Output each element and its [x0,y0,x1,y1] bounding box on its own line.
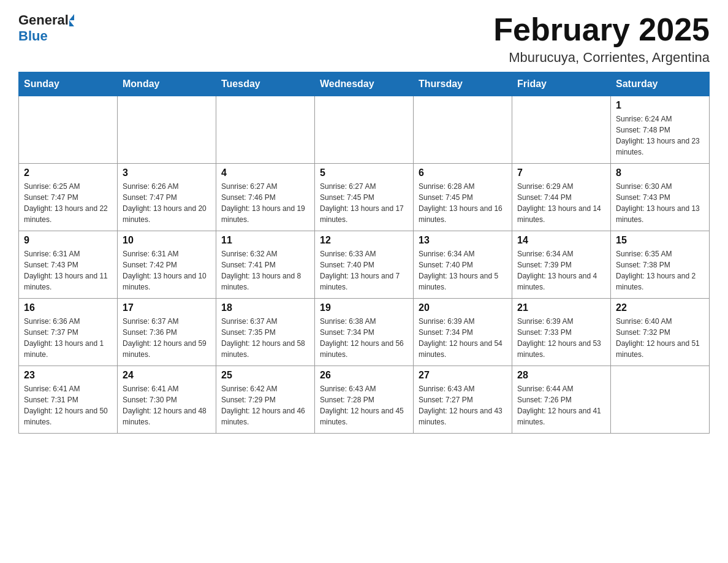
day-number: 7 [517,167,605,178]
day-number: 2 [24,167,112,178]
logo-general-text: General [18,12,69,28]
weekday-header-friday: Friday [512,72,611,96]
day-number: 22 [616,302,704,313]
calendar-cell: 8Sunrise: 6:30 AMSunset: 7:43 PMDaylight… [611,164,710,231]
day-number: 13 [419,235,507,246]
day-number: 4 [221,167,309,178]
calendar-cell: 20Sunrise: 6:39 AMSunset: 7:34 PMDayligh… [414,299,512,366]
weekday-header-monday: Monday [118,72,216,96]
day-number: 12 [320,235,408,246]
calendar-cell: 1Sunrise: 6:24 AMSunset: 7:48 PMDaylight… [611,96,710,164]
calendar-cell: 21Sunrise: 6:39 AMSunset: 7:33 PMDayligh… [512,299,611,366]
day-number: 19 [320,302,408,313]
calendar-cell: 24Sunrise: 6:41 AMSunset: 7:30 PMDayligh… [118,366,216,434]
day-number: 1 [616,100,704,111]
day-info: Sunrise: 6:27 AMSunset: 7:45 PMDaylight:… [320,181,408,225]
calendar-cell: 27Sunrise: 6:43 AMSunset: 7:27 PMDayligh… [414,366,512,434]
day-info: Sunrise: 6:43 AMSunset: 7:28 PMDaylight:… [320,383,408,427]
calendar-cell: 2Sunrise: 6:25 AMSunset: 7:47 PMDaylight… [19,164,118,231]
day-number: 17 [123,302,211,313]
day-number: 24 [123,370,211,381]
calendar-cell: 10Sunrise: 6:31 AMSunset: 7:42 PMDayligh… [118,231,216,299]
day-number: 9 [24,235,112,246]
day-info: Sunrise: 6:31 AMSunset: 7:42 PMDaylight:… [123,248,211,293]
calendar-cell [611,366,710,434]
day-info: Sunrise: 6:34 AMSunset: 7:39 PMDaylight:… [517,248,605,293]
calendar-cell: 5Sunrise: 6:27 AMSunset: 7:45 PMDaylight… [315,164,414,231]
day-info: Sunrise: 6:35 AMSunset: 7:38 PMDaylight:… [616,248,704,293]
day-info: Sunrise: 6:33 AMSunset: 7:40 PMDaylight:… [320,248,408,293]
calendar-cell: 9Sunrise: 6:31 AMSunset: 7:43 PMDaylight… [19,231,118,299]
day-number: 27 [419,370,507,381]
calendar-cell: 22Sunrise: 6:40 AMSunset: 7:32 PMDayligh… [611,299,710,366]
calendar-cell: 7Sunrise: 6:29 AMSunset: 7:44 PMDaylight… [512,164,611,231]
day-info: Sunrise: 6:37 AMSunset: 7:35 PMDaylight:… [221,316,309,360]
calendar-cell: 19Sunrise: 6:38 AMSunset: 7:34 PMDayligh… [315,299,414,366]
day-number: 26 [320,370,408,381]
calendar-cell [216,96,315,164]
day-info: Sunrise: 6:26 AMSunset: 7:47 PMDaylight:… [123,181,211,225]
day-info: Sunrise: 6:29 AMSunset: 7:44 PMDaylight:… [517,181,605,225]
calendar-week-2: 2Sunrise: 6:25 AMSunset: 7:47 PMDaylight… [19,164,710,231]
day-info: Sunrise: 6:44 AMSunset: 7:26 PMDaylight:… [517,383,605,427]
day-number: 5 [320,167,408,178]
day-info: Sunrise: 6:25 AMSunset: 7:47 PMDaylight:… [24,181,112,225]
day-number: 16 [24,302,112,313]
calendar-header: SundayMondayTuesdayWednesdayThursdayFrid… [19,72,710,96]
day-number: 23 [24,370,112,381]
logo-arrow-icon [69,14,74,26]
day-info: Sunrise: 6:36 AMSunset: 7:37 PMDaylight:… [24,316,112,360]
calendar-cell: 25Sunrise: 6:42 AMSunset: 7:29 PMDayligh… [216,366,315,434]
calendar-cell [19,96,118,164]
weekday-header-thursday: Thursday [414,72,512,96]
weekday-header-tuesday: Tuesday [216,72,315,96]
day-info: Sunrise: 6:32 AMSunset: 7:41 PMDaylight:… [221,248,309,293]
day-info: Sunrise: 6:31 AMSunset: 7:43 PMDaylight:… [24,248,112,293]
logo-blue-text: Blue [18,28,48,44]
calendar-cell: 26Sunrise: 6:43 AMSunset: 7:28 PMDayligh… [315,366,414,434]
weekday-header-sunday: Sunday [19,72,118,96]
day-number: 8 [616,167,704,178]
calendar-cell: 4Sunrise: 6:27 AMSunset: 7:46 PMDaylight… [216,164,315,231]
day-info: Sunrise: 6:43 AMSunset: 7:27 PMDaylight:… [419,383,507,427]
calendar-cell: 23Sunrise: 6:41 AMSunset: 7:31 PMDayligh… [19,366,118,434]
calendar-week-3: 9Sunrise: 6:31 AMSunset: 7:43 PMDaylight… [19,231,710,299]
calendar-table: SundayMondayTuesdayWednesdayThursdayFrid… [18,72,710,434]
calendar-week-4: 16Sunrise: 6:36 AMSunset: 7:37 PMDayligh… [19,299,710,366]
day-number: 15 [616,235,704,246]
calendar-cell [118,96,216,164]
calendar-cell: 13Sunrise: 6:34 AMSunset: 7:40 PMDayligh… [414,231,512,299]
calendar-subtitle: Mburucuya, Corrientes, Argentina [493,50,710,66]
calendar-cell [414,96,512,164]
weekday-header-wednesday: Wednesday [315,72,414,96]
day-number: 14 [517,235,605,246]
calendar-cell: 11Sunrise: 6:32 AMSunset: 7:41 PMDayligh… [216,231,315,299]
calendar-week-1: 1Sunrise: 6:24 AMSunset: 7:48 PMDaylight… [19,96,710,164]
calendar-cell: 6Sunrise: 6:28 AMSunset: 7:45 PMDaylight… [414,164,512,231]
day-info: Sunrise: 6:41 AMSunset: 7:31 PMDaylight:… [24,383,112,427]
calendar-body: 1Sunrise: 6:24 AMSunset: 7:48 PMDaylight… [19,96,710,434]
calendar-cell [512,96,611,164]
day-info: Sunrise: 6:38 AMSunset: 7:34 PMDaylight:… [320,316,408,360]
calendar-week-5: 23Sunrise: 6:41 AMSunset: 7:31 PMDayligh… [19,366,710,434]
calendar-cell: 17Sunrise: 6:37 AMSunset: 7:36 PMDayligh… [118,299,216,366]
weekday-header-saturday: Saturday [611,72,710,96]
title-block: February 2025 Mburucuya, Corrientes, Arg… [493,12,710,66]
calendar-cell: 12Sunrise: 6:33 AMSunset: 7:40 PMDayligh… [315,231,414,299]
day-info: Sunrise: 6:42 AMSunset: 7:29 PMDaylight:… [221,383,309,427]
day-info: Sunrise: 6:39 AMSunset: 7:33 PMDaylight:… [517,316,605,360]
day-number: 20 [419,302,507,313]
day-info: Sunrise: 6:41 AMSunset: 7:30 PMDaylight:… [123,383,211,427]
calendar-cell: 3Sunrise: 6:26 AMSunset: 7:47 PMDaylight… [118,164,216,231]
calendar-cell: 14Sunrise: 6:34 AMSunset: 7:39 PMDayligh… [512,231,611,299]
weekday-header-row: SundayMondayTuesdayWednesdayThursdayFrid… [19,72,710,96]
day-number: 25 [221,370,309,381]
day-info: Sunrise: 6:34 AMSunset: 7:40 PMDaylight:… [419,248,507,293]
day-number: 21 [517,302,605,313]
calendar-cell: 28Sunrise: 6:44 AMSunset: 7:26 PMDayligh… [512,366,611,434]
day-number: 11 [221,235,309,246]
calendar-cell: 15Sunrise: 6:35 AMSunset: 7:38 PMDayligh… [611,231,710,299]
day-info: Sunrise: 6:39 AMSunset: 7:34 PMDaylight:… [419,316,507,360]
day-number: 10 [123,235,211,246]
day-number: 3 [123,167,211,178]
